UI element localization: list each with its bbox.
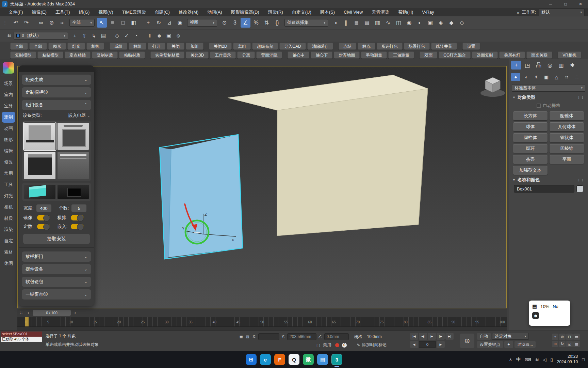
quick-align-icon[interactable]: ✓ (122, 31, 131, 40)
percent-snap-icon[interactable]: % (251, 18, 261, 28)
plugin-button[interactable]: 冻结 (339, 43, 356, 50)
tab-utilities[interactable]: ✱ (567, 61, 577, 70)
plugin-button[interactable]: 解组 (129, 43, 146, 50)
material-editor-icon[interactable]: ◉ (404, 18, 414, 28)
volume-icon[interactable]: ◁ (543, 357, 546, 362)
go-to-end-icon[interactable]: ▶| (445, 333, 454, 340)
keyboard-icon[interactable]: ⌨ (525, 357, 531, 362)
menu-item[interactable]: 动画(A) (203, 8, 226, 16)
panel-object-selected[interactable] (160, 135, 243, 259)
zoom-icon[interactable]: ⌖ (552, 334, 558, 340)
zoom-extents-icon[interactable]: ⊡ (566, 334, 573, 340)
box-object[interactable] (228, 75, 428, 236)
tab-motion[interactable]: ◎ (545, 61, 555, 70)
toolbar-overflow-icon[interactable]: » (517, 10, 519, 15)
vray-fb-icon[interactable]: ◇ (457, 18, 467, 28)
ribbon-icon[interactable]: ▤ (362, 18, 372, 28)
mini-viewport-icon[interactable]: ▢ (316, 343, 320, 348)
plugin-button[interactable]: 设置 (462, 43, 480, 50)
plugin-button[interactable]: 全部 (29, 43, 47, 50)
tab-display[interactable]: ▥ (556, 61, 566, 70)
firefox-icon[interactable]: F (274, 354, 285, 365)
biped-icon[interactable]: ☺ (174, 31, 183, 40)
set-keys-button[interactable]: ⊕ (460, 334, 474, 348)
left-nav-tab[interactable]: 定制 (2, 112, 15, 123)
object-type-button[interactable]: 茶壶 (513, 155, 548, 164)
track-bar[interactable]: 0510152025303540455055606570758085909510… (17, 317, 507, 326)
thumb-range-hood[interactable] (24, 123, 55, 150)
tab-create[interactable]: + (511, 61, 521, 70)
plugin-button[interactable]: 关比3D (186, 51, 209, 59)
left-nav-tab[interactable]: 场景 (2, 78, 15, 89)
selection-filter-dropdown[interactable]: 全部 ▾ (69, 19, 95, 27)
object-type-button[interactable]: 四棱锥 (550, 144, 584, 153)
plugin-button[interactable]: 轴心下 (311, 51, 332, 59)
left-nav-tab[interactable]: 素材 (2, 247, 15, 258)
tray-chevron-icon[interactable]: ∧ (509, 357, 512, 362)
plugin-button[interactable]: 手动测量 (361, 51, 387, 59)
network-icon[interactable]: ≋ (535, 357, 539, 362)
menu-item[interactable]: 渲染(R) (264, 8, 288, 16)
plugin-logo-icon[interactable] (3, 62, 14, 74)
plugin-button[interactable]: 所选打包 (377, 43, 403, 50)
left-nav-tab[interactable]: 室外 (2, 101, 15, 111)
spinner-snap-icon[interactable]: ⇅ (262, 18, 272, 28)
current-frame-field[interactable]: 0 (419, 341, 436, 348)
object-type-button[interactable]: 球体 (513, 122, 548, 131)
menu-item[interactable]: 脚本(S) (316, 8, 339, 16)
plugin-button[interactable]: 灯光 (67, 43, 85, 50)
plugin-button[interactable]: VR相机 (558, 51, 581, 59)
notification-center-icon[interactable]: □ (582, 357, 585, 362)
left-nav-tab[interactable]: 渲染 (2, 224, 15, 235)
count-field[interactable]: 5 (71, 204, 86, 212)
left-nav-tab[interactable]: 休闲 (2, 258, 15, 269)
left-nav-tab[interactable]: 修改 (2, 157, 15, 168)
autogrid-checkbox[interactable] (537, 104, 541, 108)
object-type-rollout[interactable]: ▼ 对象类型 ⋮⋮ (512, 94, 585, 101)
minimize-button[interactable]: ─ (543, 0, 558, 8)
left-nav-tab[interactable]: 室内 (2, 89, 15, 100)
time-slider[interactable]: 0 / 100 (33, 310, 71, 316)
selection-lock-icon[interactable]: ⊠ (244, 334, 250, 339)
menu-item[interactable]: 创建(C) (150, 8, 174, 16)
mirror-icon[interactable]: ◑ (330, 18, 340, 28)
align-icon[interactable]: ∥ (341, 18, 351, 28)
object-type-button[interactable]: 圆环 (513, 144, 548, 153)
reference-coordinate-dropdown[interactable]: 视图 ▾ (187, 19, 217, 27)
plugin-button[interactable]: 关闭 (167, 43, 184, 50)
object-type-button[interactable]: 平面 (550, 155, 584, 164)
left-nav-tab[interactable]: 灯光 (2, 190, 15, 201)
left-nav-tab[interactable]: 自定 (2, 235, 15, 246)
ime-icon[interactable]: 中 (516, 356, 521, 363)
maximize-button[interactable]: □ (558, 0, 573, 8)
plugin-button[interactable]: 面光关联 (526, 51, 552, 59)
rendered-frame-icon[interactable]: ▣ (425, 18, 435, 28)
menu-item[interactable]: TIME云渲染 (118, 8, 150, 16)
object-type-button[interactable]: 圆柱体 (513, 133, 548, 142)
plugin-button[interactable]: 成组 (110, 43, 127, 50)
select-object-icon[interactable]: ↖ (97, 18, 107, 28)
menu-item[interactable]: 工具(T) (51, 8, 75, 16)
plugin-button[interactable]: 清除缓存 (307, 43, 333, 50)
plugin-button[interactable]: 加组 (186, 43, 203, 50)
window-crossing-icon[interactable]: ◧ (129, 18, 138, 28)
clock[interactable]: 20:23 2024-09-10 (557, 354, 578, 365)
start-button[interactable]: ⊞ (246, 354, 257, 365)
plugin-button[interactable]: 实例复制材质 (150, 51, 184, 59)
frame-step-down[interactable]: ◀ (410, 341, 418, 348)
plugin-button[interactable]: 超级布尔 (252, 43, 278, 50)
plugin-button[interactable]: 打开 (148, 43, 165, 50)
character-icon[interactable]: ☻ (155, 31, 164, 40)
select-and-place-icon[interactable]: ◉ (175, 18, 185, 28)
pan-icon[interactable]: ⊞ (552, 341, 558, 347)
battery-icon[interactable]: ▯ (551, 357, 553, 362)
embed-toggle[interactable] (71, 224, 84, 229)
scene-explorer-icon[interactable]: ▥ (373, 18, 382, 28)
left-nav-tab[interactable]: 工具 (2, 179, 15, 190)
row-toggle[interactable] (71, 215, 84, 220)
orbit-icon[interactable]: ↻ (559, 341, 566, 347)
3dsmax-icon[interactable]: 3 (331, 354, 342, 365)
section-loft-door[interactable]: 放样柜门⌄ (22, 251, 91, 262)
menu-item[interactable]: V-Ray (418, 8, 438, 16)
snaps-toggle-icon[interactable]: 3 (230, 18, 240, 28)
